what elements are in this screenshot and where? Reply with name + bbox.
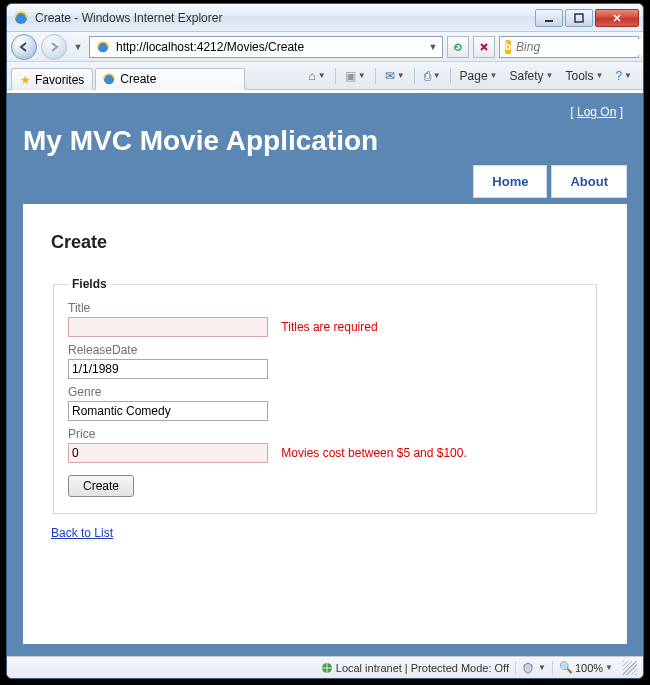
close-button[interactable] [595,9,639,27]
page-body: Create Fields Title Titles are required … [23,204,627,644]
mail-icon: ✉ [385,69,395,83]
svg-rect-2 [575,14,583,22]
print-icon: ⎙ [424,69,431,83]
globe-icon [321,662,333,674]
stop-button[interactable] [473,36,495,58]
favorites-button[interactable]: ★ Favorites [11,68,93,90]
page-heading: Create [51,232,599,253]
home-button[interactable]: ⌂▼ [304,66,331,86]
safety-menu[interactable]: Safety▼ [505,66,559,86]
tab-title: Create [120,72,156,86]
zone-text: Local intranet | Protected Mode: Off [336,662,509,674]
tabbar: ★ Favorites Create ⌂▼ ▣▼ ✉▼ ⎙▼ Page▼ Saf… [7,62,643,90]
fieldset-legend: Fields [68,277,111,291]
url-input[interactable] [114,39,426,55]
help-button[interactable]: ?▼ [610,66,637,86]
tab-favicon-icon [102,72,116,86]
arrow-right-icon [48,41,60,53]
help-icon: ? [615,69,622,83]
app-title: My MVC Movie Application [23,125,627,157]
price-error: Movies cost between $5 and $100. [281,446,466,460]
minimize-button[interactable] [535,9,563,27]
rss-icon: ▣ [345,69,356,83]
price-input[interactable] [68,443,268,463]
browser-window: Create - Windows Internet Explorer ▼ ▼ b [6,3,644,679]
releasedate-label: ReleaseDate [68,343,582,357]
genre-input[interactable] [68,401,268,421]
statusbar: Local intranet | Protected Mode: Off ▼ 🔍… [7,656,643,678]
zoom-icon: 🔍 [559,661,573,674]
back-button[interactable] [11,34,37,60]
releasedate-input[interactable] [68,359,268,379]
nav-about[interactable]: About [551,165,627,198]
security-button[interactable]: ▼ [515,662,546,674]
page-icon [96,40,110,54]
price-label: Price [68,427,582,441]
shield-icon [522,662,534,674]
genre-label: Genre [68,385,582,399]
navbar: ▼ ▼ b 🔍 ▼ [7,32,643,62]
forward-button[interactable] [41,34,67,60]
titlebar: Create - Windows Internet Explorer [7,4,643,32]
search-input[interactable] [514,39,644,55]
account-bar: [ Log On ] [23,99,627,123]
tools-menu[interactable]: Tools▼ [560,66,608,86]
url-dropdown[interactable]: ▼ [426,42,440,52]
address-bar[interactable]: ▼ [89,36,443,58]
window-title: Create - Windows Internet Explorer [35,11,535,25]
browser-tab[interactable]: Create [95,68,245,90]
refresh-button[interactable] [447,36,469,58]
zoom-value: 100% [575,662,603,674]
title-error: Titles are required [281,320,377,334]
bing-icon: b [505,40,511,54]
arrow-left-icon [18,41,30,53]
title-input[interactable] [68,317,268,337]
zoom-control[interactable]: 🔍 100% ▼ [552,661,613,674]
nav-home[interactable]: Home [473,165,547,198]
mail-button[interactable]: ✉▼ [380,66,410,86]
fields-fieldset: Fields Title Titles are required Release… [53,277,597,514]
star-icon: ★ [20,73,31,87]
nav-history-dropdown[interactable]: ▼ [71,42,85,52]
stop-icon [479,42,489,52]
ie-logo-icon [13,10,29,26]
page-menu[interactable]: Page▼ [455,66,503,86]
refresh-icon [452,41,464,53]
favorites-label: Favorites [35,73,84,87]
page-viewport[interactable]: [ Log On ] My MVC Movie Application Home… [7,93,643,656]
home-icon: ⌂ [309,69,316,83]
create-button[interactable]: Create [68,475,134,497]
app-nav: Home About [23,165,627,198]
title-label: Title [68,301,582,315]
maximize-button[interactable] [565,9,593,27]
logon-link[interactable]: Log On [577,105,616,119]
resize-grip[interactable] [623,661,637,675]
security-zone[interactable]: Local intranet | Protected Mode: Off [321,662,509,674]
back-to-list-link[interactable]: Back to List [51,526,113,540]
search-bar[interactable]: b 🔍 ▼ [499,36,639,58]
feeds-button[interactable]: ▣▼ [340,66,371,86]
print-button[interactable]: ⎙▼ [419,66,446,86]
svg-rect-1 [545,20,553,22]
